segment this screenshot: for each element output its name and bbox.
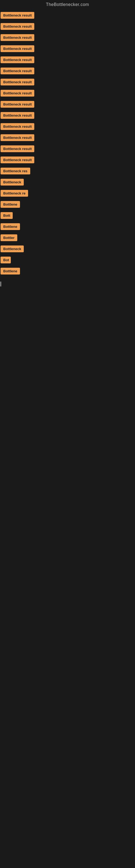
bottleneck-badge[interactable]: Bottleneck result (1, 12, 34, 19)
bottleneck-item[interactable]: Bottleneck result (1, 89, 135, 98)
bottleneck-item[interactable]: Bottleneck result (1, 11, 135, 20)
bottleneck-item[interactable]: Bottleneck result (1, 156, 135, 165)
bottleneck-item[interactable]: Bott (1, 212, 135, 220)
bottleneck-item[interactable]: Bottleneck res (1, 167, 135, 176)
bottleneck-item[interactable]: Bottleneck result (1, 45, 135, 54)
bottleneck-badge[interactable]: Bot (1, 257, 11, 264)
bottleneck-item[interactable]: Bottleneck result (1, 145, 135, 154)
bottleneck-badge[interactable]: Bottleneck result (1, 56, 34, 63)
bottleneck-item[interactable]: Bottleneck result (1, 23, 135, 31)
bottleneck-badge[interactable]: Bott (1, 212, 13, 219)
bottleneck-badge[interactable]: Bottleneck result (1, 101, 34, 108)
bottleneck-item[interactable]: Bot (1, 256, 135, 265)
bottleneck-badge[interactable]: Bottleneck (1, 179, 24, 186)
bottleneck-badge[interactable]: Bottleneck (1, 246, 24, 252)
bottleneck-badge[interactable]: Bottleneck res (1, 167, 30, 175)
bottleneck-badge[interactable]: Bottlene (1, 268, 20, 275)
bottleneck-badge[interactable]: Bottleneck result (1, 67, 34, 74)
bottleneck-item[interactable]: Bottler (1, 234, 135, 243)
bottleneck-badge[interactable]: Bottleneck result (1, 90, 34, 97)
bottleneck-badge[interactable]: Bottleneck re (1, 190, 28, 197)
bottleneck-item[interactable]: Bottleneck result (1, 100, 135, 109)
items-container: Bottleneck resultBottleneck resultBottle… (0, 10, 135, 276)
bottleneck-badge[interactable]: Bottleneck result (1, 34, 34, 41)
bottleneck-item[interactable]: Bottleneck result (1, 78, 135, 87)
bottleneck-badge[interactable]: Bottleneck result (1, 79, 34, 86)
bottleneck-badge[interactable]: Bottlene (1, 201, 20, 208)
bottleneck-item[interactable]: Bottleneck result (1, 34, 135, 42)
bottleneck-item[interactable]: Bottlene (1, 267, 135, 276)
bottleneck-item[interactable]: Bottlene (1, 223, 135, 231)
bottleneck-item[interactable]: Bottleneck re (1, 189, 135, 198)
bottleneck-item[interactable]: Bottleneck result (1, 67, 135, 76)
bottleneck-badge[interactable]: Bottleneck result (1, 112, 34, 119)
bottleneck-item[interactable]: Bottleneck result (1, 56, 135, 65)
site-header: TheBottlenecker.com (0, 0, 135, 10)
bottleneck-badge[interactable]: Bottleneck result (1, 45, 34, 52)
bottleneck-item[interactable]: Bottleneck result (1, 112, 135, 120)
bottleneck-badge[interactable]: Bottleneck result (1, 23, 34, 30)
cursor-line (1, 282, 1, 286)
bottleneck-badge[interactable]: Bottlene (1, 223, 20, 230)
bottleneck-badge[interactable]: Bottleneck result (1, 156, 34, 163)
bottleneck-badge[interactable]: Bottleneck result (1, 145, 34, 152)
bottleneck-item[interactable]: Bottleneck (1, 178, 135, 187)
bottleneck-badge[interactable]: Bottleneck result (1, 134, 34, 141)
bottleneck-item[interactable]: Bottleneck (1, 245, 135, 254)
bottleneck-badge[interactable]: Bottler (1, 235, 17, 241)
bottleneck-item[interactable]: Bottleneck result (1, 123, 135, 131)
bottleneck-badge[interactable]: Bottleneck result (1, 123, 34, 130)
bottleneck-item[interactable]: Bottlene (1, 200, 135, 209)
bottleneck-item[interactable]: Bottleneck result (1, 134, 135, 143)
